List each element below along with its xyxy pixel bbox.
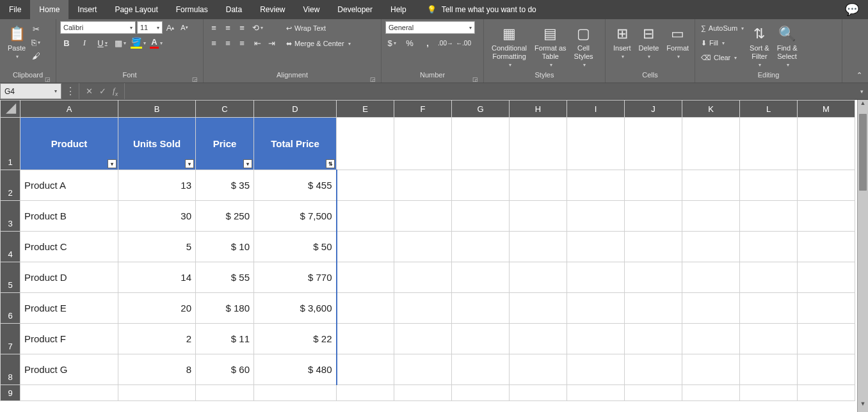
cell[interactable] bbox=[798, 118, 855, 170]
fill-color-button[interactable]: 🪣▾ bbox=[132, 36, 145, 49]
cell-units[interactable]: 8 bbox=[118, 354, 196, 385]
cell[interactable] bbox=[625, 232, 682, 262]
autosum-button[interactable]: ∑AutoSum▾ bbox=[699, 21, 746, 35]
cell[interactable] bbox=[798, 232, 855, 262]
cell-units[interactable]: 30 bbox=[118, 201, 196, 232]
cell[interactable] bbox=[452, 324, 510, 354]
cell[interactable] bbox=[625, 201, 682, 232]
menu-tab-home[interactable]: Home bbox=[30, 0, 68, 19]
cell[interactable] bbox=[452, 293, 510, 324]
cell[interactable] bbox=[510, 354, 567, 385]
cell[interactable] bbox=[682, 324, 740, 354]
menu-tab-developer[interactable]: Developer bbox=[328, 0, 382, 19]
cell-product[interactable]: Product G bbox=[20, 354, 118, 385]
column-header-G[interactable]: G bbox=[452, 100, 510, 118]
bold-button[interactable]: B bbox=[60, 36, 73, 49]
cell[interactable] bbox=[567, 385, 625, 401]
cell[interactable] bbox=[798, 324, 855, 354]
cell-units[interactable]: 2 bbox=[118, 324, 196, 354]
increase-indent-button[interactable]: ⇥ bbox=[265, 36, 278, 49]
cell-price[interactable]: $ 35 bbox=[196, 170, 254, 201]
cell[interactable] bbox=[682, 170, 740, 201]
vertical-scrollbar[interactable]: ▲ ▼ bbox=[857, 100, 868, 412]
enter-icon[interactable]: ✓ bbox=[99, 86, 106, 96]
cell[interactable] bbox=[740, 324, 798, 354]
decrease-font-button[interactable]: A▾ bbox=[178, 21, 191, 34]
cell[interactable] bbox=[567, 293, 625, 324]
cell[interactable] bbox=[337, 118, 394, 170]
column-header-I[interactable]: I bbox=[567, 100, 625, 118]
format-as-table-button[interactable]: ▤Format as Table▾ bbox=[531, 21, 570, 70]
cell[interactable] bbox=[20, 385, 118, 401]
cell[interactable] bbox=[567, 201, 625, 232]
find-select-button[interactable]: 🔍Find & Select▾ bbox=[773, 21, 801, 70]
column-header-M[interactable]: M bbox=[798, 100, 855, 118]
scroll-down-icon[interactable]: ▼ bbox=[858, 400, 868, 412]
font-size-select[interactable]: 11▾ bbox=[137, 21, 163, 34]
menu-tab-file[interactable]: File bbox=[0, 0, 30, 19]
menu-tab-insert[interactable]: Insert bbox=[68, 0, 106, 19]
cell-total[interactable]: $ 7,500 bbox=[254, 201, 337, 232]
cell-total[interactable]: $ 50 bbox=[254, 232, 337, 262]
cell[interactable] bbox=[567, 324, 625, 354]
cell[interactable] bbox=[682, 232, 740, 262]
row-header-6[interactable]: 6 bbox=[1, 293, 20, 324]
row-header-7[interactable]: 7 bbox=[1, 324, 20, 354]
cell[interactable] bbox=[625, 385, 682, 401]
cell[interactable] bbox=[567, 232, 625, 262]
cell[interactable] bbox=[567, 118, 625, 170]
cell[interactable] bbox=[798, 170, 855, 201]
column-header-B[interactable]: B bbox=[118, 100, 196, 118]
cell[interactable] bbox=[452, 170, 510, 201]
cell[interactable] bbox=[510, 262, 567, 293]
cell[interactable] bbox=[394, 293, 452, 324]
cell[interactable] bbox=[740, 118, 798, 170]
cell-total[interactable]: $ 3,600 bbox=[254, 293, 337, 324]
cell[interactable] bbox=[625, 354, 682, 385]
cell[interactable] bbox=[394, 354, 452, 385]
cell-total[interactable]: $ 22 bbox=[254, 324, 337, 354]
menu-tab-review[interactable]: Review bbox=[251, 0, 294, 19]
clear-button[interactable]: ⌫Clear▾ bbox=[699, 51, 746, 65]
cell[interactable] bbox=[625, 293, 682, 324]
borders-button[interactable]: ▦▾ bbox=[114, 36, 127, 49]
conditional-formatting-button[interactable]: ▦Conditional Formatting▾ bbox=[488, 21, 531, 70]
cell[interactable] bbox=[452, 354, 510, 385]
cell[interactable] bbox=[567, 170, 625, 201]
cell[interactable] bbox=[510, 324, 567, 354]
copy-button[interactable]: ⎘▾ bbox=[29, 36, 42, 49]
cell[interactable] bbox=[452, 118, 510, 170]
row-header-4[interactable]: 4 bbox=[1, 232, 20, 262]
row-header-9[interactable]: 9 bbox=[1, 385, 20, 401]
cell[interactable] bbox=[740, 262, 798, 293]
cut-button[interactable]: ✂ bbox=[29, 22, 42, 35]
insert-button[interactable]: ⊞Insert▾ bbox=[609, 21, 635, 62]
align-center-button[interactable]: ≡ bbox=[221, 36, 234, 49]
cell[interactable] bbox=[798, 262, 855, 293]
cell[interactable] bbox=[452, 262, 510, 293]
cell[interactable] bbox=[740, 201, 798, 232]
comma-button[interactable]: , bbox=[421, 36, 434, 49]
align-top-button[interactable]: ≡ bbox=[207, 21, 220, 34]
cell-units[interactable]: 13 bbox=[118, 170, 196, 201]
cell[interactable] bbox=[798, 385, 855, 401]
cell[interactable] bbox=[337, 201, 394, 232]
cell[interactable] bbox=[798, 354, 855, 385]
cell[interactable] bbox=[682, 118, 740, 170]
wrap-text-button[interactable]: ↩Wrap Text bbox=[284, 21, 353, 35]
menu-tab-formulas[interactable]: Formulas bbox=[167, 0, 217, 19]
column-header-D[interactable]: D bbox=[254, 100, 337, 118]
cell-price[interactable]: $ 11 bbox=[196, 324, 254, 354]
cell-product[interactable]: Product C bbox=[20, 232, 118, 262]
cell[interactable] bbox=[567, 262, 625, 293]
row-header-5[interactable]: 5 bbox=[1, 262, 20, 293]
cell[interactable] bbox=[196, 385, 254, 401]
cell-price[interactable]: $ 60 bbox=[196, 354, 254, 385]
number-format-select[interactable]: General▾ bbox=[385, 21, 475, 34]
cell-total[interactable]: $ 480 bbox=[254, 354, 337, 385]
expand-formula-bar[interactable]: ▾ bbox=[855, 83, 868, 99]
cell-price[interactable]: $ 55 bbox=[196, 262, 254, 293]
cell[interactable] bbox=[682, 293, 740, 324]
cell-product[interactable]: Product B bbox=[20, 201, 118, 232]
filter-icon[interactable]: ▾ bbox=[243, 159, 252, 168]
